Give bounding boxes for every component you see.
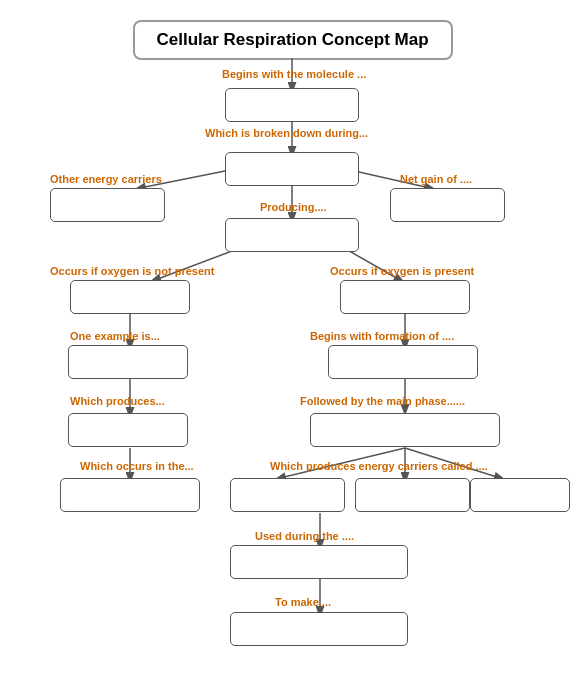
label-net-gain: Net gain of .... (400, 173, 472, 185)
box-which-produces (68, 413, 188, 447)
title: Cellular Respiration Concept Map (133, 20, 453, 60)
box-energy-carriers-2 (355, 478, 470, 512)
box-begins-formation (328, 345, 478, 379)
label-no-oxygen: Occurs if oxygen is not present (50, 265, 214, 277)
box-energy-carriers-3 (470, 478, 570, 512)
box-net-gain (390, 188, 505, 222)
box-producing (225, 218, 359, 252)
label-oxygen: Occurs if oxygen is present (330, 265, 474, 277)
box-molecule (225, 88, 359, 122)
box-followed-main (310, 413, 500, 447)
box-broken-down (225, 152, 359, 186)
box-energy-carriers-1 (230, 478, 345, 512)
label-other-energy: Other energy carriers (50, 173, 162, 185)
label-followed-main: Followed by the main phase...... (300, 395, 465, 407)
label-which-occurs-left: Which occurs in the... (80, 460, 194, 472)
label-begins-formation: Begins with formation of .... (310, 330, 454, 342)
label-one-example: One example is... (70, 330, 160, 342)
concept-map: Cellular Respiration Concept Map (0, 0, 585, 80)
box-aerobic (340, 280, 470, 314)
label-to-make: To make.... (275, 596, 331, 608)
box-used-during (230, 545, 408, 579)
label-broken-down: Which is broken down during... (205, 127, 368, 139)
label-producing: Producing.... (260, 201, 327, 213)
box-other-energy (50, 188, 165, 222)
box-one-example (68, 345, 188, 379)
label-which-produces-carriers: Which produces energy carriers called ..… (270, 460, 488, 472)
label-begins-with: Begins with the molecule ... (222, 68, 366, 80)
box-which-occurs (60, 478, 200, 512)
label-which-produces: Which produces... (70, 395, 165, 407)
box-to-make (230, 612, 408, 646)
label-used-during: Used during the .... (255, 530, 354, 542)
box-anaerobic (70, 280, 190, 314)
